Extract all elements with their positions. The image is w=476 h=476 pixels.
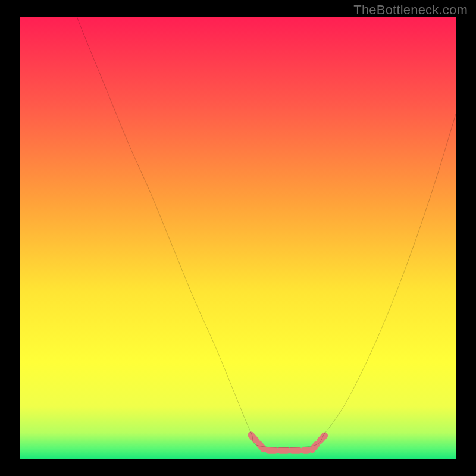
- gradient-background: [20, 17, 456, 459]
- watermark-text: TheBottleneck.com: [353, 2, 468, 18]
- chart-frame: TheBottleneck.com: [0, 0, 476, 476]
- chart-plot: [20, 17, 456, 459]
